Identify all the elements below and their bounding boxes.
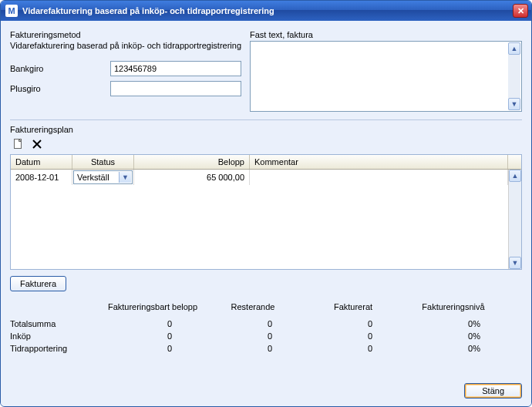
plan-label: Faktureringsplan [10,125,522,134]
hdr-invoiced: Fakturerat [303,302,403,311]
content: Faktureringsmetod Vidarefakturering base… [1,21,531,406]
grid-header-spacer [508,155,521,169]
grid-header: Datum Status Belopp Kommentar [11,155,521,170]
plusgiro-input[interactable] [110,81,241,96]
fixed-text-input[interactable] [251,42,507,111]
row-total-remaining: 0 [203,319,303,328]
summary-row-time: Tidrapportering 0 0 0 0% [10,344,522,353]
summary: Faktureringsbart belopp Resterande Faktu… [10,302,522,353]
scroll-up-icon[interactable]: ▲ [509,170,521,182]
col-amount[interactable]: Belopp [134,155,250,169]
window: M Vidarefakturering baserad på inköp- oc… [0,0,532,407]
fixed-text-scrollbar[interactable]: ▲ ▼ [508,42,520,110]
summary-row-purchase: Inköp 0 0 0 0% [10,331,522,341]
col-status[interactable]: Status [72,155,134,169]
row-time-label: Tidrapportering [10,344,103,353]
row-purchase-remaining: 0 [203,331,303,341]
hdr-level: Faktureringsnivå [403,302,503,311]
titlebar: M Vidarefakturering baserad på inköp- oc… [1,1,531,21]
cell-amount[interactable]: 65 000,00 [134,170,250,185]
row-total-label: Totalsumma [10,319,103,328]
invoice-button[interactable]: Fakturera [10,276,66,291]
col-date[interactable]: Datum [11,155,72,169]
divider [10,119,522,120]
hdr-remaining: Resterande [203,302,303,311]
plusgiro-label: Plusgiro [10,84,110,93]
scroll-down-icon[interactable]: ▼ [508,98,520,110]
method-value: Vidarefakturering baserad på inköp- och … [10,41,245,50]
delete-icon[interactable] [30,137,44,151]
cell-status[interactable]: Verkställ ▼ [72,170,134,185]
row-time-billable: 0 [103,344,203,353]
row-purchase-level: 0% [403,331,503,341]
close-icon[interactable]: ✕ [513,4,528,18]
grid-scrollbar[interactable]: ▲ ▼ [508,170,521,269]
grid-body: 2008-12-01 Verkställ ▼ 65 000,00 [11,170,508,269]
app-icon: M [5,5,18,17]
scroll-down-icon[interactable]: ▼ [509,257,521,269]
status-value: Verkställ [77,173,109,182]
row-time-invoiced: 0 [303,344,403,353]
plan-grid: Datum Status Belopp Kommentar 2008-12-01… [10,154,522,270]
cell-comment[interactable] [250,170,508,185]
plan-toolbar [10,136,522,154]
bankgiro-label: Bankgiro [10,64,110,73]
cell-date[interactable]: 2008-12-01 [11,170,72,185]
hdr-billable: Faktureringsbart belopp [103,302,203,311]
row-purchase-invoiced: 0 [303,331,403,341]
bankgiro-input[interactable] [110,61,241,76]
row-total-billable: 0 [103,319,203,328]
close-button[interactable]: Stäng [464,383,522,399]
window-title: Vidarefakturering baserad på inköp- och … [22,6,513,15]
row-purchase-billable: 0 [103,331,203,341]
chevron-down-icon[interactable]: ▼ [119,172,131,183]
scroll-up-icon[interactable]: ▲ [508,42,520,55]
col-comment[interactable]: Kommentar [250,155,508,169]
row-total-invoiced: 0 [303,319,403,328]
row-time-remaining: 0 [203,344,303,353]
summary-header: Faktureringsbart belopp Resterande Faktu… [10,302,522,311]
summary-row-total: Totalsumma 0 0 0 0% [10,319,522,328]
table-row[interactable]: 2008-12-01 Verkställ ▼ 65 000,00 [11,170,508,185]
fixed-text-wrap: ▲ ▼ [250,41,522,112]
row-purchase-label: Inköp [10,331,103,341]
bottom-bar: Stäng [10,383,522,399]
new-icon[interactable] [12,137,25,151]
method-label: Faktureringsmetod [10,30,245,39]
row-time-level: 0% [403,344,503,353]
row-total-level: 0% [403,319,503,328]
fixed-text-label: Fast text, faktura [250,30,522,39]
